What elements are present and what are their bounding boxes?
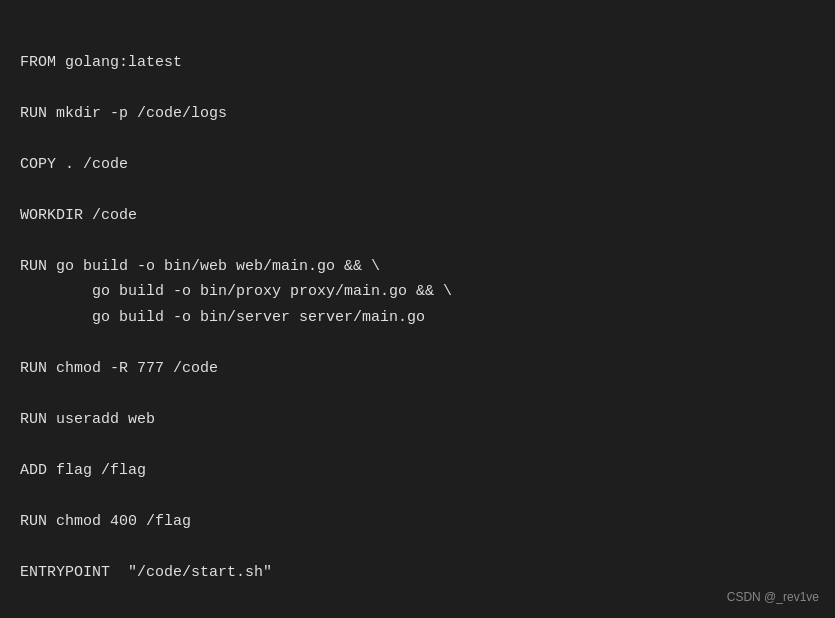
code-line-empty xyxy=(20,228,815,254)
code-line: ADD flag /flag xyxy=(20,458,815,484)
code-line: RUN go build -o bin/web web/main.go && \ xyxy=(20,254,815,280)
code-line: RUN chmod 400 /flag xyxy=(20,509,815,535)
code-line-empty xyxy=(20,534,815,560)
code-line-empty xyxy=(20,381,815,407)
code-line: RUN chmod -R 777 /code xyxy=(20,356,815,382)
code-block: FROM golang:latest RUN mkdir -p /code/lo… xyxy=(0,0,835,605)
watermark: CSDN @_rev1ve xyxy=(727,590,819,604)
code-line: RUN useradd web xyxy=(20,407,815,433)
code-line-empty xyxy=(20,75,815,101)
code-line: COPY . /code xyxy=(20,152,815,178)
code-line-empty xyxy=(20,432,815,458)
code-line-empty xyxy=(20,330,815,356)
code-line: RUN mkdir -p /code/logs xyxy=(20,101,815,127)
code-line: FROM golang:latest xyxy=(20,50,815,76)
code-line: ENTRYPOINT "/code/start.sh" xyxy=(20,560,815,586)
code-line: go build -o bin/server server/main.go xyxy=(20,305,815,331)
code-line: WORKDIR /code xyxy=(20,203,815,229)
code-line: go build -o bin/proxy proxy/main.go && \ xyxy=(20,279,815,305)
code-line-empty xyxy=(20,177,815,203)
code-line-empty xyxy=(20,483,815,509)
code-line-empty xyxy=(20,126,815,152)
